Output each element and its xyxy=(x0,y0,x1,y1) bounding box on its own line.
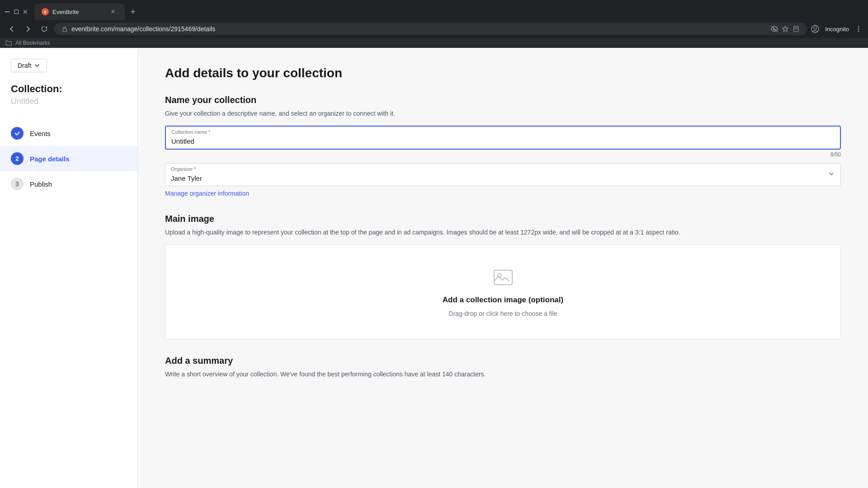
manage-organizer-link[interactable]: Manage organizer information xyxy=(165,190,249,197)
star-icon xyxy=(782,25,789,33)
address-bar[interactable]: eventbrite.com/manage/collections/291546… xyxy=(54,23,807,35)
name-collection-section: Name your collection Give your collectio… xyxy=(165,95,841,197)
toolbar-right: Incognito xyxy=(811,24,863,33)
svg-point-11 xyxy=(858,28,859,30)
minimize-button[interactable] xyxy=(4,8,11,15)
browser-chrome: e Eventbrite × + eventbrite.com/manage/c… xyxy=(0,0,868,48)
tab-bar: e Eventbrite × + xyxy=(0,0,868,20)
draft-button[interactable]: Draft xyxy=(11,59,47,72)
tab-title: Eventbrite xyxy=(52,9,105,15)
step-indicator-page-details: 2 xyxy=(11,152,24,165)
name-section-title: Name your collection xyxy=(165,95,841,105)
sidebar-item-page-details-label: Page details xyxy=(30,155,70,163)
chevron-down-icon xyxy=(34,62,40,69)
sidebar-item-page-details[interactable]: 2 Page details xyxy=(0,146,137,171)
sidebar-item-publish-label: Publish xyxy=(30,180,52,188)
image-section-title: Main image xyxy=(165,214,841,224)
collection-name-field: Collection name 8/50 xyxy=(165,126,841,158)
bookmarks-bar: All Bookmarks xyxy=(0,38,868,48)
refresh-button[interactable] xyxy=(38,23,51,35)
address-bar-row: eventbrite.com/manage/collections/291546… xyxy=(0,20,868,38)
all-bookmarks-label[interactable]: All Bookmarks xyxy=(15,40,50,46)
step-indicator-events xyxy=(11,127,24,140)
tab-close-button[interactable]: × xyxy=(108,7,118,16)
svg-rect-13 xyxy=(494,270,512,285)
organizer-value: Jane Tyler xyxy=(165,164,840,186)
main-image-section: Main image Upload a high-quality image t… xyxy=(165,214,841,339)
bookmarks-folder-icon xyxy=(5,40,12,46)
collection-name-input[interactable] xyxy=(166,127,840,149)
eye-off-icon xyxy=(771,25,778,33)
new-tab-button[interactable]: + xyxy=(127,5,139,18)
window-controls xyxy=(4,8,29,15)
forward-button[interactable] xyxy=(22,23,34,35)
svg-point-10 xyxy=(858,26,859,28)
back-button[interactable] xyxy=(5,23,18,35)
summary-section-title: Add a summary xyxy=(165,356,841,366)
step-indicator-publish: 3 xyxy=(11,178,24,190)
reader-icon xyxy=(793,25,800,33)
svg-rect-4 xyxy=(63,28,66,32)
image-upload-area[interactable]: Add a collection image (optional) Drag-d… xyxy=(165,244,841,339)
summary-section: Add a summary Write a short overview of … xyxy=(165,356,841,379)
image-section-desc: Upload a high-quality image to represent… xyxy=(165,228,841,237)
organizer-field: Organizer Jane Tyler Manage organizer in… xyxy=(165,163,841,197)
svg-point-9 xyxy=(814,27,816,29)
collection-name-input-wrapper: Collection name xyxy=(165,126,841,150)
image-upload-desc: Drag-drop or click here to choose a file xyxy=(448,310,557,317)
sidebar-item-events-label: Events xyxy=(30,130,51,137)
collection-subtitle: Untitled xyxy=(0,97,137,106)
chevron-down-icon xyxy=(828,170,835,179)
sidebar-item-events[interactable]: Events xyxy=(0,121,137,146)
page-layout: Draft Collection: Untitled Events 2 Page… xyxy=(0,48,868,488)
address-bar-icons xyxy=(771,25,800,33)
incognito-label: Incognito xyxy=(825,26,849,33)
lock-icon xyxy=(61,26,68,32)
svg-rect-0 xyxy=(5,11,9,12)
image-placeholder-icon xyxy=(492,267,514,290)
collection-label: Collection: xyxy=(0,83,137,95)
main-content: Add details to your collection Name your… xyxy=(138,48,868,488)
close-button[interactable] xyxy=(22,8,29,15)
sidebar-item-publish[interactable]: 3 Publish xyxy=(0,171,137,197)
tab-favicon: e xyxy=(42,8,49,15)
active-tab[interactable]: e Eventbrite × xyxy=(34,4,125,20)
page-title: Add details to your collection xyxy=(165,66,841,80)
organizer-select-wrapper[interactable]: Organizer Jane Tyler xyxy=(165,163,841,186)
incognito-icon xyxy=(811,24,820,33)
image-upload-title: Add a collection image (optional) xyxy=(443,296,563,305)
sidebar: Draft Collection: Untitled Events 2 Page… xyxy=(0,48,138,488)
summary-section-desc: Write a short overview of your collectio… xyxy=(165,370,841,379)
more-button[interactable] xyxy=(854,25,863,33)
url-text: eventbrite.com/manage/collections/291546… xyxy=(71,25,767,33)
svg-rect-1 xyxy=(14,10,19,14)
svg-point-12 xyxy=(858,31,859,32)
char-count: 8/50 xyxy=(165,151,841,158)
maximize-button[interactable] xyxy=(13,8,20,15)
sidebar-nav: Events 2 Page details 3 Publish xyxy=(0,121,137,197)
name-section-desc: Give your collection a descriptive name,… xyxy=(165,109,841,118)
